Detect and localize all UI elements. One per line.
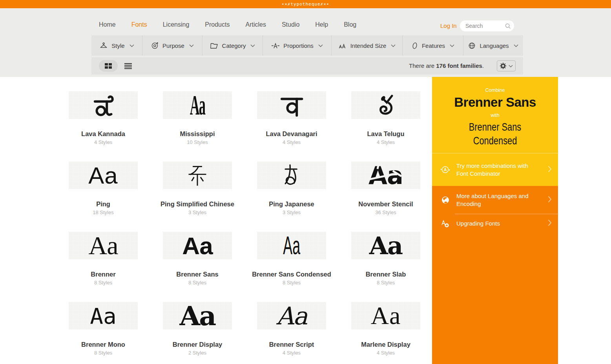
- font-upgrade-icon: [440, 219, 450, 228]
- font-tile[interactable]: Aa Brenner Mono 8 Styles: [56, 302, 150, 356]
- chevron-right-icon: [548, 196, 552, 204]
- font-tile[interactable]: Lava Devanagari 4 Styles: [244, 91, 339, 145]
- nav-studio[interactable]: Studio: [282, 21, 299, 28]
- font-tile[interactable]: Aa Mississippi 10 Styles: [150, 91, 244, 145]
- search-input[interactable]: [465, 23, 505, 29]
- chevron-down-icon: [318, 44, 323, 47]
- font-styles: 18 Styles: [56, 209, 150, 215]
- login-link[interactable]: Log In: [440, 22, 457, 29]
- font-styles: 3 Styles: [244, 209, 339, 215]
- font-combinator-link[interactable]: Try more combinations with Font Combinat…: [432, 153, 558, 186]
- latin-sample: Aa: [180, 300, 215, 331]
- chevron-down-icon: [509, 65, 513, 67]
- font-name: Lava Telugu: [339, 130, 433, 138]
- font-sample: Aa: [69, 232, 138, 259]
- font-styles: 36 Styles: [339, 209, 433, 215]
- globe-icon: [440, 195, 450, 205]
- font-name: Brenner Sans Condensed: [244, 271, 339, 278]
- filter-intended-size[interactable]: Intended Size: [332, 35, 403, 56]
- latin-sample: Aa: [190, 89, 205, 122]
- latin-sample: Aa: [283, 231, 300, 260]
- filter-purpose[interactable]: Purpose: [142, 35, 202, 56]
- languages-encoding-link[interactable]: More about Languages and Encoding: [432, 186, 558, 214]
- target-icon: [151, 42, 159, 50]
- font-name: Brenner Sans: [150, 271, 244, 278]
- font-tile[interactable]: Aa Marlene Display 4 Styles: [339, 302, 433, 356]
- font-tile[interactable]: Ping Japanese 3 Styles: [244, 162, 339, 215]
- font-tile[interactable]: Aa Brenner Sans Condensed 8 Styles: [244, 232, 339, 286]
- font-sample: [257, 91, 326, 119]
- gear-icon: [500, 62, 507, 69]
- combine-panel[interactable]: Combine Brenner Sans with Brenner Sans C…: [432, 77, 558, 153]
- globe-icon: [468, 42, 476, 50]
- filter-features[interactable]: Features: [403, 35, 463, 56]
- font-styles: 3 Styles: [150, 209, 244, 215]
- font-sample: [351, 91, 420, 119]
- font-tile[interactable]: Aa Brenner Script 4 Styles: [244, 302, 339, 356]
- latin-sample: Aa: [182, 232, 212, 260]
- combine-connector: with: [432, 113, 558, 118]
- font-sample: [257, 162, 326, 189]
- font-grid: Lava Kannada 4 Styles Aa Mississippi 10 …: [56, 77, 433, 356]
- font-styles: 4 Styles: [339, 350, 433, 356]
- font-styles: 8 Styles: [56, 350, 150, 356]
- font-tile[interactable]: Lava Kannada 4 Styles: [56, 91, 150, 145]
- filter-label: Intended Size: [350, 42, 387, 49]
- font-name: Brenner Script: [244, 341, 339, 348]
- font-name: Brenner: [56, 271, 150, 278]
- font-sample: Aa: [163, 302, 232, 329]
- filter-label: Proportions: [283, 42, 314, 49]
- chevron-down-icon: [250, 44, 255, 47]
- font-tile[interactable]: Lava Telugu 4 Styles: [339, 91, 433, 145]
- typotheque-logo[interactable]: •×✗typotheque✗×•: [282, 2, 330, 7]
- filter-category[interactable]: Category: [202, 35, 263, 56]
- font-tile[interactable]: Ping Simplified Chinese 3 Styles: [150, 162, 244, 215]
- search-box[interactable]: [460, 20, 514, 31]
- results-count: There are 176 font families.: [409, 62, 484, 69]
- upgrading-fonts-link[interactable]: Upgrading Fonts: [432, 214, 558, 233]
- font-tile[interactable]: Aa Brenner 8 Styles: [56, 232, 150, 286]
- font-tile[interactable]: Aa Ping 18 Styles: [56, 162, 150, 215]
- grid-view-icon: [105, 63, 112, 69]
- intended-size-icon: [338, 42, 347, 49]
- font-sample: Aa: [69, 162, 138, 189]
- nav-products[interactable]: Products: [205, 21, 230, 28]
- view-toolbar: There are 176 font families.: [91, 57, 523, 75]
- font-name: Brenner Mono: [56, 341, 150, 348]
- nav-articles[interactable]: Articles: [245, 21, 266, 28]
- filter-languages[interactable]: Languages: [463, 35, 523, 56]
- font-styles: 4 Styles: [56, 139, 150, 145]
- link-label: Upgrading Fonts: [456, 220, 537, 228]
- font-tile[interactable]: Aa Brenner Slab 8 Styles: [339, 232, 433, 286]
- promo-sidebar: Combine Brenner Sans with Brenner Sans C…: [432, 77, 558, 364]
- font-sample: [163, 162, 232, 189]
- font-tile[interactable]: Aa Brenner Sans 8 Styles: [150, 232, 244, 286]
- nav-licensing[interactable]: Licensing: [163, 21, 190, 28]
- font-styles: 8 Styles: [150, 280, 244, 286]
- filter-bar: Style Purpose Category Proportions Inten…: [91, 35, 523, 56]
- font-sample: [69, 91, 138, 119]
- filter-label: Languages: [480, 42, 509, 49]
- latin-sample: Aa: [369, 231, 402, 260]
- main-nav: Home Fonts Licensing Products Articles S…: [99, 21, 356, 28]
- filter-label: Purpose: [162, 42, 184, 49]
- font-tile[interactable]: Aa November Stencil 36 Styles: [339, 162, 433, 215]
- nav-help[interactable]: Help: [315, 21, 328, 28]
- list-view-button[interactable]: [124, 63, 132, 69]
- link-label: Try more combinations with Font Combinat…: [456, 162, 537, 178]
- nav-fonts[interactable]: Fonts: [131, 21, 147, 28]
- nav-blog[interactable]: Blog: [344, 21, 356, 28]
- grid-view-button[interactable]: [99, 60, 118, 72]
- font-sample: Aa: [351, 162, 420, 189]
- nav-home[interactable]: Home: [99, 21, 116, 28]
- combine-label: Combine: [432, 87, 558, 93]
- hanger-icon: [99, 42, 108, 49]
- chevron-down-icon: [514, 44, 518, 47]
- settings-button[interactable]: [497, 60, 516, 71]
- folder-icon: [210, 42, 219, 49]
- filter-proportions[interactable]: Proportions: [263, 35, 332, 56]
- filter-label: Category: [222, 42, 246, 49]
- font-sample: Aa: [257, 232, 326, 259]
- filter-style[interactable]: Style: [91, 35, 142, 56]
- font-tile[interactable]: Aa Brenner Display 2 Styles: [150, 302, 244, 356]
